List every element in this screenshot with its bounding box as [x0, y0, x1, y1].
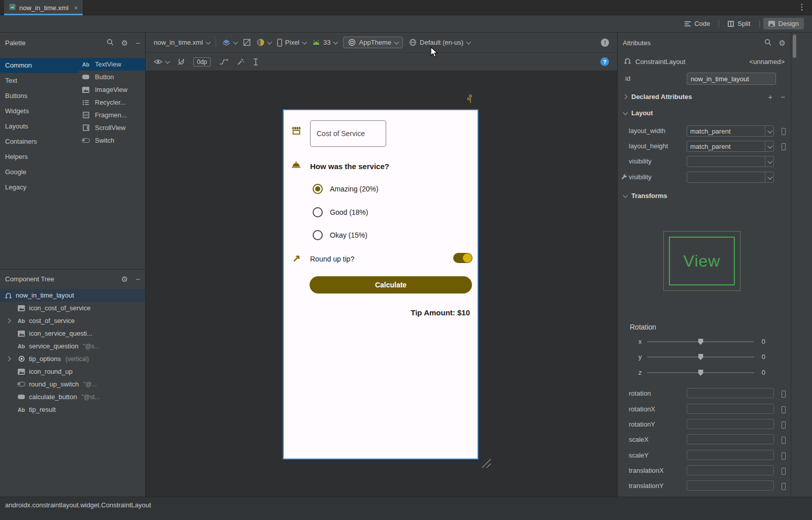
palette-item-imageview[interactable]: ImageView	[79, 83, 145, 96]
round-up-switch[interactable]	[453, 253, 472, 263]
align-menu[interactable]	[253, 58, 259, 66]
pick-resource-icon[interactable]	[782, 468, 786, 475]
declared-attributes-section[interactable]: Declared Attributes + −	[618, 89, 791, 104]
help-icon[interactable]: ?	[600, 57, 609, 66]
visibility-select[interactable]	[687, 156, 774, 167]
scalex-input[interactable]	[687, 434, 774, 444]
design-canvas[interactable]: Cost of Service How was the service? Ama…	[146, 71, 617, 497]
palette-category-widgets[interactable]: Widgets	[0, 104, 79, 119]
view-options-selector[interactable]	[154, 59, 169, 64]
expand-chevron-icon[interactable]	[6, 356, 11, 362]
palette-item-textview[interactable]: Ab TextView	[79, 58, 145, 71]
code-view-button[interactable]: Code	[680, 18, 715, 29]
infer-constraints-button[interactable]	[237, 58, 244, 66]
palette-category-legacy[interactable]: Legacy	[0, 180, 79, 195]
close-tab-icon[interactable]: ×	[74, 4, 78, 12]
locale-selector[interactable]: Default (en-us)	[409, 39, 470, 46]
tree-item-icon-cost-of-service[interactable]: icon_cost_of_service	[0, 302, 145, 314]
split-view-button[interactable]: Split	[723, 18, 755, 29]
radio-option-good[interactable]: Good (18%)	[313, 207, 368, 217]
radio-option-amazing[interactable]: Amazing (20%)	[313, 184, 379, 194]
translationy-input[interactable]	[687, 480, 774, 491]
palette-category-layouts[interactable]: Layouts	[0, 119, 79, 134]
tree-item-icon-round-up[interactable]: icon_round_up	[0, 365, 145, 378]
radio-button[interactable]	[313, 230, 323, 240]
theme-selector[interactable]: AppTheme	[343, 37, 403, 48]
color-mode-selector[interactable]	[257, 39, 271, 46]
translationx-input[interactable]	[687, 465, 774, 475]
rotation-input[interactable]	[687, 388, 774, 398]
tree-item-now-in-time-layout[interactable]: now_in_time_layout	[0, 289, 145, 302]
pick-resource-icon[interactable]	[782, 143, 786, 150]
gear-icon[interactable]: ⚙	[779, 39, 786, 47]
slider-thumb[interactable]	[698, 354, 703, 360]
minimize-icon[interactable]: −	[136, 275, 140, 283]
api-level-selector[interactable]: 33	[312, 39, 337, 46]
remove-attribute-icon[interactable]: −	[781, 92, 785, 101]
palette-category-buttons[interactable]: Buttons	[0, 88, 79, 104]
file-selector[interactable]: now_in_time.xml	[154, 39, 210, 46]
pick-resource-icon[interactable]	[782, 128, 786, 135]
autoconnect-toggle[interactable]	[178, 58, 185, 66]
minimize-icon[interactable]: −	[136, 39, 140, 47]
slider-thumb[interactable]	[698, 339, 703, 345]
layout-section[interactable]: Layout	[618, 106, 791, 120]
pick-resource-icon[interactable]	[782, 437, 786, 444]
tree-item-calculate-button[interactable]: calculate_button "@st...	[0, 391, 145, 403]
pick-resource-icon[interactable]	[782, 452, 786, 460]
rotationx-input[interactable]	[687, 404, 774, 414]
palette-category-helpers[interactable]: Helpers	[0, 149, 79, 165]
tools-visibility-select[interactable]	[687, 172, 774, 183]
expand-chevron-icon[interactable]	[6, 318, 11, 323]
design-view-button[interactable]: Design	[763, 18, 804, 29]
pick-resource-icon[interactable]	[782, 391, 786, 398]
palette-item-switch[interactable]: Switch	[79, 134, 145, 147]
tree-item-round-up-switch[interactable]: round_up_switch "@...	[0, 378, 145, 391]
palette-category-text[interactable]: Text	[0, 73, 79, 88]
layout-height-select[interactable]: match_parent	[687, 141, 774, 152]
tree-item-service-question[interactable]: Ab service_question "@s...	[0, 340, 145, 352]
calculate-button[interactable]: Calculate	[310, 276, 472, 294]
palette-item-fragmentcontainer[interactable]: Fragmen...	[79, 109, 145, 121]
vertical-scrollbar[interactable]	[793, 35, 796, 58]
tree-item-tip-options[interactable]: tip_options (vertical)	[0, 352, 145, 365]
resize-handle[interactable]	[480, 457, 492, 471]
pick-resource-icon[interactable]	[782, 406, 786, 413]
design-surface-selector[interactable]	[222, 39, 237, 46]
night-mode-toggle[interactable]	[243, 39, 251, 46]
palette-category-containers[interactable]: Containers	[0, 134, 79, 149]
issues-indicator-icon[interactable]: !	[601, 39, 609, 47]
guidelines-menu[interactable]	[219, 59, 228, 65]
palette-category-google[interactable]: Google	[0, 165, 79, 180]
tree-item-tip-result[interactable]: Ab tip_result	[0, 403, 145, 416]
radio-button[interactable]	[313, 207, 323, 217]
slider-thumb[interactable]	[698, 370, 703, 376]
tree-item-icon-service-question[interactable]: icon_service_questi...	[0, 327, 145, 340]
rotationy-input[interactable]	[687, 419, 774, 429]
palette-item-recyclerview[interactable]: Recycler...	[79, 96, 145, 109]
cost-of-service-field[interactable]: Cost of Service	[310, 120, 386, 147]
radio-button-selected[interactable]	[313, 184, 323, 194]
id-input[interactable]: now_in_time_layout	[687, 73, 776, 85]
kebab-menu-icon[interactable]: ⋮	[798, 2, 806, 12]
palette-item-scrollview[interactable]: ScrollView	[79, 121, 145, 134]
gear-icon[interactable]: ⚙	[121, 275, 128, 283]
scaley-input[interactable]	[687, 450, 774, 460]
transforms-section[interactable]: Transforms	[618, 188, 791, 203]
search-icon[interactable]	[107, 39, 114, 47]
pick-resource-icon[interactable]	[782, 483, 786, 490]
search-icon[interactable]	[764, 39, 771, 47]
rotation-y-slider[interactable]	[647, 356, 754, 358]
palette-category-common[interactable]: Common	[0, 58, 79, 73]
add-attribute-icon[interactable]: +	[768, 92, 772, 101]
tree-item-cost-of-service[interactable]: Ab cost_of_service	[0, 314, 145, 327]
rotation-x-slider[interactable]	[647, 341, 754, 342]
rotation-z-slider[interactable]	[647, 372, 754, 373]
tab-now-in-time-xml[interactable]: now_in_time.xml ×	[4, 0, 83, 15]
default-margin-selector[interactable]: 0dp	[193, 57, 211, 67]
palette-item-button[interactable]: Button	[79, 71, 145, 83]
gear-icon[interactable]: ⚙	[121, 39, 128, 47]
device-selector[interactable]: Pixel	[277, 39, 306, 47]
layout-width-select[interactable]: match_parent	[687, 125, 774, 137]
radio-option-okay[interactable]: Okay (15%)	[313, 230, 367, 240]
